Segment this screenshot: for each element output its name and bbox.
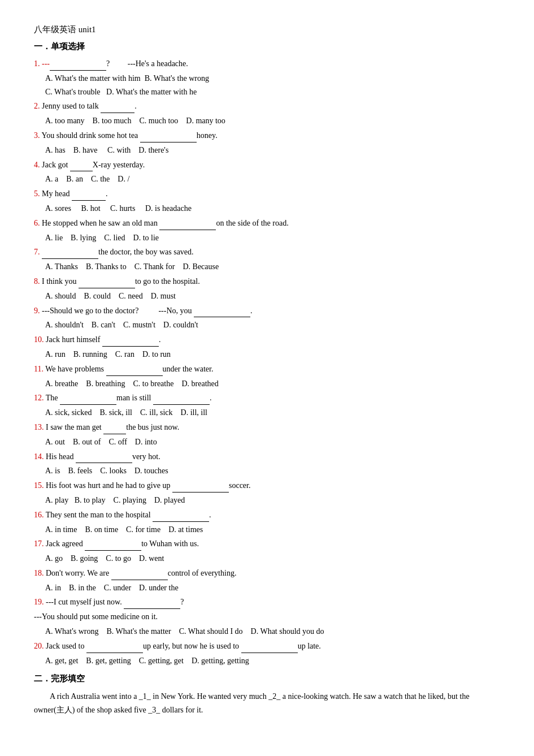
question-13: 13. I saw the man get the bus just now. <box>34 421 500 434</box>
question-19-sub: ---You should put some medicine on it. <box>34 610 500 624</box>
options-20: A. get, get B. get, getting C. getting, … <box>45 654 500 668</box>
question-20: 20. Jack used to up early, but now he is… <box>34 640 500 653</box>
question-7: 7. the doctor, the boy was saved. <box>34 245 500 259</box>
options-7: A. Thanks B. Thanks to C. Thank for D. B… <box>45 260 500 274</box>
question-8: 8. I think you to go to the hospital. <box>34 275 500 288</box>
options-17: A. go B. going C. to go D. went <box>45 552 500 565</box>
section2-text: A rich Australia went into a _1_ in New … <box>34 690 500 717</box>
section1-title: 一．单项选择 <box>34 40 500 54</box>
question-10: 10. Jack hurt himself . <box>34 333 500 347</box>
options-6: A. lie B. lying C. lied D. to lie <box>45 231 500 245</box>
options-3: A. has B. have C. with D. there's <box>45 144 500 157</box>
question-2: 2. Jenny used to talk . <box>34 100 500 113</box>
question-5: 5. My head . <box>34 187 500 201</box>
options-18: A. in B. in the C. under D. under the <box>45 581 500 595</box>
question-11: 11. We have problems under the water. <box>34 362 500 376</box>
question-14: 14. His head very hot. <box>34 450 500 464</box>
question-19: 19. ---I cut myself just now. ? <box>34 595 500 609</box>
question-1: 1. ---? ---He's a headache. <box>34 57 500 71</box>
question-9: 9. ---Should we go to the doctor? ---No,… <box>34 304 500 318</box>
question-16: 16. They sent the man to the hospital . <box>34 508 500 522</box>
options-19: A. What's wrong B. What's the matter C. … <box>45 625 500 638</box>
options-2: A. too many B. too much C. much too D. m… <box>45 114 500 128</box>
question-6: 6. He stopped when he saw an old man on … <box>34 217 500 230</box>
options-8: A. should B. could C. need D. must <box>45 290 500 303</box>
options-14: A. is B. feels C. looks D. touches <box>45 464 500 478</box>
options-5: A. sores B. hot C. hurts D. is headache <box>45 202 500 215</box>
question-12: 12. The man is still . <box>34 391 500 405</box>
options-11: A. breathe B. breathing C. to breathe D.… <box>45 377 500 391</box>
question-4: 4. Jack got X-ray yesterday. <box>34 158 500 172</box>
options-15: A. play B. to play C. playing D. played <box>45 494 500 507</box>
options-10: A. run B. running C. ran D. to run <box>45 348 500 361</box>
options-1: A. What's the matter with him B. What's … <box>45 72 500 99</box>
question-18: 18. Don't worry. We are control of every… <box>34 567 500 580</box>
options-16: A. in time B. on time C. for time D. at … <box>45 523 500 537</box>
question-3: 3. You should drink some hot tea honey. <box>34 129 500 142</box>
page-title: 八年级英语 unit1 <box>34 23 500 37</box>
section2-title: 二．完形填空 <box>34 672 500 686</box>
question-17: 17. Jack agreed to Wuhan with us. <box>34 537 500 551</box>
options-12: A. sick, sicked B. sick, ill C. ill, sic… <box>45 406 500 420</box>
options-13: A. out B. out of C. off D. into <box>45 435 500 449</box>
options-4: A. a B. an C. the D. / <box>45 172 500 186</box>
question-15: 15. His foot was hurt and he had to give… <box>34 479 500 493</box>
options-9: A. shouldn't B. can't C. mustn't D. coul… <box>45 318 500 332</box>
